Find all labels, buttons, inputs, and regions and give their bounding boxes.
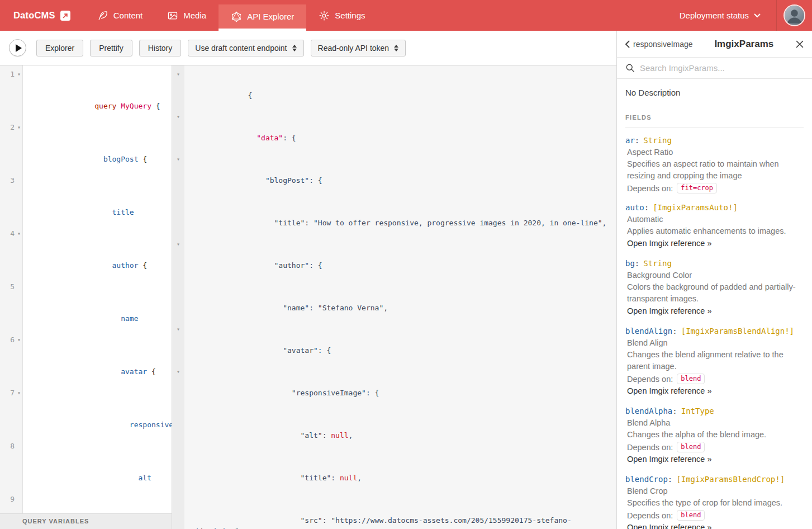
editor-panes: 1 ▾ query MyQuery { 2 ▾ blogPost { 3 — [0, 65, 616, 529]
fold-arrow-icon[interactable]: ▾ — [16, 334, 22, 345]
response-line-code: "title": null, — [248, 474, 362, 482]
fold-arrow-icon[interactable]: ▾ — [16, 228, 22, 239]
nav-tab-api-explorer[interactable]: API Explorer — [219, 4, 306, 31]
deployment-status-label: Deployment status — [680, 11, 749, 20]
fold-arrow-icon[interactable]: ▾ — [174, 366, 183, 377]
top-navbar: DatoCMS Content Media — [0, 0, 812, 31]
gear-icon — [319, 10, 330, 21]
search-icon — [625, 63, 635, 73]
docs-title: ImgixParams — [693, 39, 795, 50]
field-type-link[interactable]: IntType — [681, 407, 714, 415]
query-line: 5 name — [0, 281, 172, 334]
query-editor[interactable]: 1 ▾ query MyQuery { 2 ▾ blogPost { 3 — [0, 65, 172, 513]
response-line-code: "avatar": { — [248, 346, 331, 355]
docs-search-input[interactable] — [640, 63, 804, 73]
endpoint-select[interactable]: Use draft content endpoint — [188, 40, 303, 56]
response-line-code: "name": "Stefano Verna", — [248, 304, 388, 312]
field-name: blendCrop — [625, 475, 668, 484]
response-line-code: "author": { — [248, 261, 322, 270]
graphiql-area: Explorer Prettify History Use draft cont… — [0, 31, 616, 529]
field-title: Aspect Ratio — [625, 147, 804, 158]
docs-back-link[interactable]: responsiveImage — [625, 40, 693, 49]
query-line: 7 ▾ responsiveImage { — [0, 388, 172, 441]
fold-arrow-icon[interactable]: ▾ — [174, 154, 183, 164]
depends-pill: fit=crop — [677, 183, 717, 193]
field-depends-row: Depends on: blend — [625, 374, 804, 384]
field-type-link[interactable]: [ImgixParamsBlendCrop!] — [676, 475, 785, 484]
field-depends-row: Depends on: fit=crop — [625, 183, 804, 193]
updown-arrows-icon — [292, 45, 297, 51]
play-icon — [16, 44, 22, 52]
fold-arrow-icon[interactable]: ▾ — [174, 111, 183, 122]
query-variables-bar[interactable]: QUERY VARIABLES — [0, 513, 172, 529]
line-number: 9 — [0, 494, 15, 504]
app-root: DatoCMS Content Media — [0, 0, 812, 529]
nav-tab-content[interactable]: Content — [85, 0, 155, 31]
docs-search-row — [617, 58, 812, 79]
query-line: 4 ▾ author { — [0, 228, 172, 281]
query-line-code: title — [94, 208, 134, 216]
deployment-status-button[interactable]: Deployment status — [664, 0, 776, 31]
response-pane: ▾ { ▾ "data": { ▾ "blogPost": { "title":… — [172, 65, 616, 529]
response-line: "title": null, — [172, 451, 616, 494]
colon: : — [635, 259, 639, 268]
fold-arrow-icon[interactable]: ▾ — [174, 239, 183, 249]
colon: : — [644, 203, 649, 212]
type-description: No Description — [625, 88, 804, 97]
imgix-reference-link[interactable]: Open Imgix reference » — [625, 522, 804, 529]
fold-arrow-icon[interactable]: ▾ — [16, 388, 22, 398]
field-item: blendAlign:[ImgixParamsBlendAlign!] Blen… — [625, 327, 804, 397]
depends-on-label: Depends on: — [627, 443, 673, 452]
prettify-button[interactable]: Prettify — [90, 40, 132, 56]
main-area: Explorer Prettify History Use draft cont… — [0, 31, 812, 529]
field-type-link[interactable]: String — [643, 259, 672, 268]
brand-logo[interactable]: DatoCMS — [0, 0, 85, 31]
field-type-link[interactable]: String — [643, 136, 672, 145]
query-line-code: query MyQuery { — [94, 102, 160, 110]
line-number: 6 — [0, 334, 15, 345]
close-icon[interactable] — [795, 40, 804, 49]
response-line-code: "blogPost": { — [248, 176, 322, 185]
nav-tab-settings[interactable]: Settings — [306, 0, 377, 31]
line-number: 5 — [0, 281, 15, 292]
field-description: Applies automatic enhancements to images… — [625, 225, 804, 237]
field-name: ar — [625, 136, 635, 145]
field-signature: ar:String — [625, 136, 804, 145]
feather-icon — [97, 10, 108, 21]
response-line: "alt": null, — [172, 409, 616, 451]
history-button[interactable]: History — [139, 40, 182, 56]
field-item: ar:String Aspect Ratio Specifies an aspe… — [625, 136, 804, 193]
imgix-reference-link[interactable]: Open Imgix reference » — [625, 305, 804, 317]
docs-header: responsiveImage ImgixParams — [617, 31, 812, 58]
depends-pill: blend — [677, 442, 705, 452]
avatar[interactable] — [785, 6, 804, 25]
nav-tab-label: API Explorer — [247, 12, 294, 21]
fold-arrow-icon[interactable]: ▾ — [174, 324, 183, 334]
query-line: 3 title — [0, 175, 172, 228]
depends-pill: blend — [677, 510, 705, 521]
explorer-button[interactable]: Explorer — [36, 40, 83, 56]
field-type-link[interactable]: [ImgixParamsBlendAlign!] — [681, 327, 794, 336]
imgix-reference-link[interactable]: Open Imgix reference » — [625, 454, 804, 465]
query-line-code: author { — [94, 261, 147, 270]
fold-arrow-icon[interactable]: ▾ — [16, 122, 22, 133]
docs-back-label: responsiveImage — [633, 40, 693, 49]
execute-query-button[interactable] — [9, 39, 26, 56]
response-line: ▾ "avatar": { — [172, 324, 616, 366]
fold-arrow-icon[interactable]: ▾ — [16, 69, 22, 79]
response-line: "title": "How to offer responsive, progr… — [172, 196, 616, 239]
updown-arrows-icon — [394, 45, 398, 51]
response-line: ▾ "responsiveImage": { — [172, 366, 616, 409]
imgix-reference-link[interactable]: Open Imgix reference » — [625, 385, 804, 397]
field-signature: auto:[ImgixParamsAuto!] — [625, 203, 804, 212]
nav-tab-label: Content — [113, 11, 143, 20]
nav-tab-media[interactable]: Media — [155, 0, 219, 31]
field-type-link[interactable]: [ImgixParamsAuto!] — [653, 203, 738, 212]
field-depends-row: Depends on: blend — [625, 442, 804, 452]
depends-on-label: Depends on: — [627, 184, 673, 193]
imgix-reference-link[interactable]: Open Imgix reference » — [625, 238, 804, 249]
api-token-select[interactable]: Read-only API token — [311, 40, 406, 56]
field-signature: blendAlign:[ImgixParamsBlendAlign!] — [625, 327, 804, 336]
chevron-down-icon — [754, 13, 761, 18]
fold-arrow-icon[interactable]: ▾ — [174, 69, 183, 79]
